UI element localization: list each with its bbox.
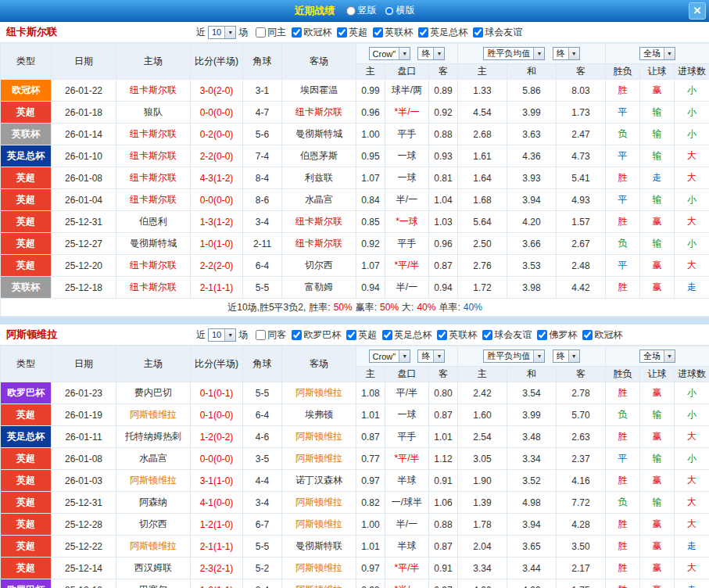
match-score[interactable]: 0-0(0-0) xyxy=(191,102,243,124)
league-filter-checkbox[interactable]: 英足总杯 xyxy=(382,328,431,342)
match-score[interactable]: 1-2(0-2) xyxy=(191,426,243,448)
league-filter-checkbox[interactable]: 英联杯 xyxy=(373,26,413,39)
checkbox-icon[interactable] xyxy=(373,27,383,38)
away-team-link[interactable]: 阿斯顿维拉 xyxy=(282,492,356,514)
away-team-link[interactable]: 利兹联 xyxy=(282,167,356,189)
bookmaker-select[interactable]: Crow"▼ xyxy=(369,47,411,60)
match-score[interactable]: 2-3(2-1) xyxy=(191,558,243,579)
checkbox-icon[interactable] xyxy=(346,330,356,340)
match-score[interactable]: 3-0(2-0) xyxy=(191,80,243,102)
match-score[interactable]: 1-2(1-0) xyxy=(191,514,243,536)
away-team-link[interactable]: 纽卡斯尔联 xyxy=(282,211,356,233)
away-team-link[interactable]: 埃弗顿 xyxy=(282,404,356,426)
home-team-link[interactable]: 西汉姆联 xyxy=(116,558,191,579)
league-filter-checkbox[interactable]: 英足总杯 xyxy=(418,26,467,39)
away-team-link[interactable]: 纽卡斯尔联 xyxy=(282,102,356,124)
match-score[interactable]: 0-0(0-0) xyxy=(191,448,243,470)
league-filter-checkbox[interactable]: 欧罗巴杯 xyxy=(292,328,341,342)
home-team-link[interactable]: 巴塞尔 xyxy=(116,579,191,588)
away-team-link[interactable]: 阿斯顿维拉 xyxy=(282,448,356,470)
horizontal-radio-icon[interactable] xyxy=(385,6,394,16)
checkbox-icon[interactable] xyxy=(482,330,492,340)
league-filter-checkbox[interactable]: 球会友谊 xyxy=(473,26,522,39)
handicap-time-select[interactable]: 终▼ xyxy=(417,350,445,363)
match-score[interactable]: 1-0(1-0) xyxy=(191,233,243,255)
away-team-link[interactable]: 阿斯顿维拉 xyxy=(282,558,356,579)
home-team-link[interactable]: 托特纳姆热刺 xyxy=(116,426,191,448)
close-button[interactable]: ✕ xyxy=(689,2,706,20)
checkbox-icon[interactable] xyxy=(537,330,547,340)
checkbox-icon[interactable] xyxy=(437,330,447,340)
away-team-link[interactable]: 阿斯顿维拉 xyxy=(282,382,356,404)
away-team-link[interactable]: 水晶宫 xyxy=(282,189,356,211)
match-count-select[interactable]: 10▼ xyxy=(208,26,236,39)
league-filter-checkbox[interactable]: 佛罗杯 xyxy=(537,328,577,342)
checkbox-icon[interactable] xyxy=(473,27,483,38)
match-score[interactable]: 2-1(1-1) xyxy=(191,277,243,299)
team-name-link[interactable]: 纽卡斯尔联 xyxy=(6,25,194,39)
home-team-link[interactable]: 费内巴切 xyxy=(116,382,191,404)
match-score[interactable]: 2-2(2-0) xyxy=(191,255,243,277)
avg-odds-select[interactable]: 胜平负均值▼ xyxy=(483,47,545,60)
away-team-link[interactable]: 阿斯顿维拉 xyxy=(282,514,356,536)
home-team-link[interactable]: 纽卡斯尔联 xyxy=(116,255,191,277)
match-score[interactable]: 1-3(1-2) xyxy=(191,211,243,233)
match-score[interactable]: 1-2(1-1) xyxy=(191,579,243,588)
layout-radio-horizontal[interactable]: 横版 xyxy=(385,4,415,17)
match-count-select[interactable]: 10▼ xyxy=(208,328,236,342)
away-team-link[interactable]: 曼彻斯特城 xyxy=(282,124,356,145)
league-filter-checkbox[interactable]: 英联杯 xyxy=(437,328,477,342)
home-team-link[interactable]: 狼队 xyxy=(116,102,191,124)
checkbox-icon[interactable] xyxy=(256,330,266,340)
home-team-link[interactable]: 阿斯顿维拉 xyxy=(116,470,191,492)
league-filter-checkbox[interactable]: 欧冠杯 xyxy=(582,328,622,342)
league-filter-checkbox[interactable]: 球会友谊 xyxy=(482,328,532,342)
home-team-link[interactable]: 阿森纳 xyxy=(116,492,191,514)
avg-time-select[interactable]: 终▼ xyxy=(553,350,580,363)
scope-select[interactable]: 全场▼ xyxy=(639,350,675,363)
checkbox-icon[interactable] xyxy=(256,27,266,38)
home-team-link[interactable]: 切尔西 xyxy=(116,514,191,536)
away-team-link[interactable]: 切尔西 xyxy=(282,255,356,277)
match-score[interactable]: 0-1(0-1) xyxy=(191,382,243,404)
layout-radio-vertical[interactable]: 竖版 xyxy=(346,4,377,17)
league-filter-checkbox[interactable]: 欧冠杯 xyxy=(292,26,331,39)
home-team-link[interactable]: 伯恩利 xyxy=(116,211,191,233)
scope-select[interactable]: 全场▼ xyxy=(639,47,675,60)
checkbox-icon[interactable] xyxy=(337,27,347,38)
home-team-link[interactable]: 纽卡斯尔联 xyxy=(116,80,191,102)
checkbox-icon[interactable] xyxy=(292,27,302,38)
home-team-link[interactable]: 阿斯顿维拉 xyxy=(116,536,191,558)
away-team-link[interactable]: 诺丁汉森林 xyxy=(282,470,356,492)
avg-odds-select[interactable]: 胜平负均值▼ xyxy=(483,350,545,363)
away-team-link[interactable]: 伯恩茅斯 xyxy=(282,145,356,167)
away-team-link[interactable]: 阿斯顿维拉 xyxy=(282,426,356,448)
match-score[interactable]: 2-1(1-1) xyxy=(191,536,243,558)
checkbox-icon[interactable] xyxy=(418,27,428,38)
match-score[interactable]: 2-2(0-0) xyxy=(191,145,243,167)
away-team-link[interactable]: 曼彻斯特联 xyxy=(282,536,356,558)
team-name-link[interactable]: 阿斯顿维拉 xyxy=(6,328,194,342)
league-filter-checkbox[interactable]: 英超 xyxy=(337,26,367,39)
match-score[interactable]: 0-0(0-0) xyxy=(191,189,243,211)
checkbox-icon[interactable] xyxy=(382,330,392,340)
home-team-link[interactable]: 纽卡斯尔联 xyxy=(116,124,191,145)
away-team-link[interactable]: 埃因霍温 xyxy=(282,80,356,102)
same-venue-checkbox[interactable]: 同主 xyxy=(256,26,286,39)
avg-time-select[interactable]: 终▼ xyxy=(553,47,580,60)
same-venue-checkbox[interactable]: 同客 xyxy=(256,328,286,342)
match-score[interactable]: 4-1(0-0) xyxy=(191,492,243,514)
home-team-link[interactable]: 纽卡斯尔联 xyxy=(116,167,191,189)
match-score[interactable]: 4-3(1-2) xyxy=(191,167,243,189)
away-team-link[interactable]: 富勒姆 xyxy=(282,277,356,299)
home-team-link[interactable]: 水晶宫 xyxy=(116,448,191,470)
vertical-radio-icon[interactable] xyxy=(346,6,356,16)
league-filter-checkbox[interactable]: 英超 xyxy=(346,328,377,342)
handicap-time-select[interactable]: 终▼ xyxy=(417,47,445,60)
home-team-link[interactable]: 纽卡斯尔联 xyxy=(116,277,191,299)
match-score[interactable]: 0-2(0-0) xyxy=(191,124,243,145)
match-score[interactable]: 3-1(1-0) xyxy=(191,470,243,492)
away-team-link[interactable]: 阿斯顿维拉 xyxy=(282,579,356,588)
match-score[interactable]: 0-1(0-0) xyxy=(191,404,243,426)
checkbox-icon[interactable] xyxy=(582,330,593,340)
